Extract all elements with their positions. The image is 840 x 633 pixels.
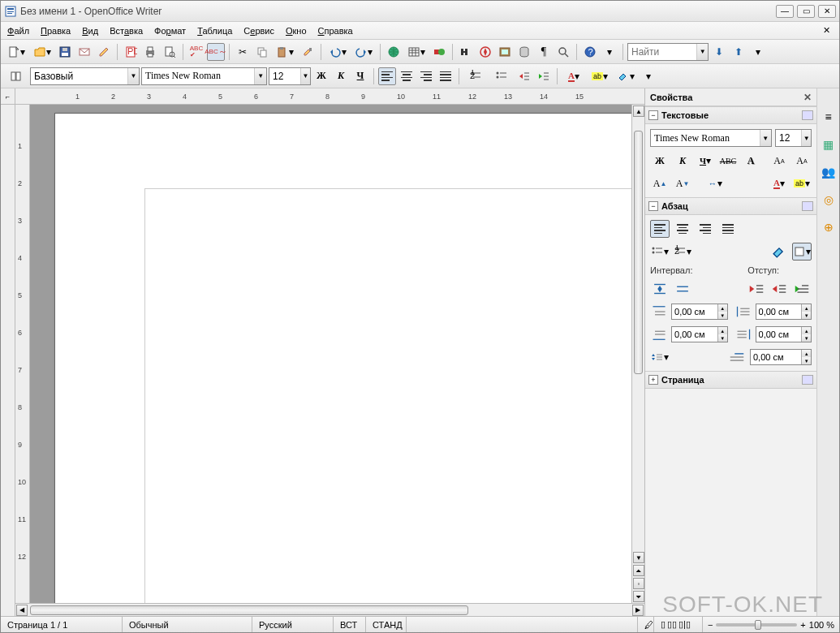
menu-window[interactable]: Окно	[286, 26, 307, 36]
side-highlight-button[interactable]: ab▾	[792, 174, 812, 192]
sidetab-styles[interactable]: 👥	[820, 163, 838, 181]
section-more-button[interactable]	[802, 201, 813, 211]
auto-spellcheck-button[interactable]: ABC～	[207, 43, 225, 61]
para-style-combo[interactable]: ▼	[30, 67, 140, 85]
page-viewport[interactable]	[30, 105, 631, 603]
section-more-button[interactable]	[802, 110, 813, 120]
side-align-right-button[interactable]	[696, 220, 715, 238]
toolbar-overflow-button[interactable]: ▾	[601, 43, 618, 61]
copy-button[interactable]	[253, 43, 271, 61]
nonprinting-chars-button[interactable]: ¶	[535, 43, 553, 61]
paste-button[interactable]: ▾	[273, 43, 297, 61]
decrease-indent-button[interactable]	[515, 67, 533, 85]
side-size-input[interactable]	[779, 132, 801, 144]
menu-table[interactable]: Таблица	[197, 26, 232, 36]
save-button[interactable]	[56, 43, 74, 61]
dropdown-arrow[interactable]: ▼	[127, 68, 139, 84]
side-superscript-button[interactable]: AA	[769, 152, 789, 170]
side-align-left-button[interactable]	[650, 220, 670, 238]
status-insert[interactable]: ВСТ	[334, 617, 366, 632]
close-button[interactable]: ✕	[818, 5, 836, 18]
status-view-buttons[interactable]: ▯ ▯▯ ▯|▯	[654, 617, 703, 632]
section-text-header[interactable]: − Текстовые	[645, 106, 816, 124]
zoom-knob[interactable]	[755, 620, 761, 630]
sidetab-navigator[interactable]: ◎	[820, 191, 838, 209]
status-mode[interactable]: СТАНД	[366, 617, 407, 632]
find-dropdown-arrow[interactable]: ▼	[696, 44, 708, 60]
font-color-button[interactable]: A▾	[562, 67, 586, 85]
find-next-button[interactable]: ⬇	[710, 43, 728, 61]
side-bold-button[interactable]: Ж	[650, 152, 670, 170]
find-prev-button[interactable]: ⬆	[730, 43, 747, 61]
side-strike-button[interactable]: ABC	[718, 152, 738, 170]
status-page[interactable]: Страница 1 / 1	[1, 617, 123, 632]
pdf-export-button[interactable]: PDF	[122, 43, 140, 61]
indent-before-spinner[interactable]: ▲▼	[756, 304, 812, 320]
table-button[interactable]: ▾	[404, 43, 429, 61]
view-multi-icon[interactable]: ▯▯	[667, 619, 677, 630]
horizontal-scrollbar[interactable]: ◀ ▶	[15, 603, 644, 616]
line-spacing-button[interactable]: ▾	[650, 348, 670, 366]
increase-indent-button[interactable]	[535, 67, 553, 85]
spacing-increase-button[interactable]	[650, 280, 670, 298]
redo-button[interactable]: ▾	[351, 43, 376, 61]
sidebar-close-button[interactable]: ✕	[803, 92, 812, 103]
italic-button[interactable]: К	[332, 67, 350, 85]
align-right-button[interactable]	[417, 67, 435, 85]
sidetab-functions[interactable]: ⊕	[820, 218, 838, 236]
expand-icon[interactable]: +	[648, 375, 658, 385]
font-name-combo[interactable]: ▼	[141, 67, 267, 85]
font-size-input[interactable]	[273, 71, 300, 82]
side-font-color-button[interactable]: A▾	[769, 174, 789, 192]
print-preview-button[interactable]	[161, 43, 179, 61]
find-overflow-button[interactable]: ▾	[749, 43, 767, 61]
menu-insert[interactable]: Вставка	[110, 26, 143, 36]
menu-file[interactable]: Файл	[7, 26, 29, 36]
numbered-list-button[interactable]: 12	[463, 67, 488, 85]
font-size-combo[interactable]: ▼	[269, 67, 311, 85]
menu-format[interactable]: Формат	[154, 26, 186, 36]
font-name-input[interactable]	[145, 70, 254, 82]
bold-button[interactable]: Ж	[312, 67, 330, 85]
side-grow-font-button[interactable]: A▲	[650, 174, 670, 192]
spellcheck-button[interactable]: ABC✔	[187, 43, 205, 61]
draw-button[interactable]	[430, 43, 448, 61]
side-bg-color-button[interactable]	[769, 243, 789, 261]
side-char-spacing-button[interactable]: ↔▾	[705, 174, 725, 192]
side-size-combo[interactable]: ▼	[775, 129, 812, 147]
scroll-thumb[interactable]	[634, 131, 643, 374]
find-button[interactable]	[457, 43, 475, 61]
highlight-button[interactable]: ab▾	[588, 67, 612, 85]
scroll-thumb[interactable]	[30, 605, 468, 615]
nav-button[interactable]: ◦	[633, 578, 644, 589]
bullet-list-button[interactable]	[489, 67, 514, 85]
view-book-icon[interactable]: ▯|▯	[678, 619, 691, 630]
space-above-spinner[interactable]: ▲▼	[671, 304, 727, 320]
spacing-decrease-button[interactable]	[673, 280, 692, 298]
vertical-ruler[interactable]: 123456789101112	[15, 105, 30, 603]
vertical-scrollbar[interactable]: ▲ ▼ ⏶ ◦ ⏷	[631, 105, 644, 603]
zoom-out-button[interactable]: −	[708, 620, 713, 630]
find-input[interactable]	[631, 46, 696, 58]
status-style[interactable]: Обычный	[123, 617, 252, 632]
side-para-bg-button[interactable]: ▾	[792, 243, 812, 261]
first-line-indent-spinner[interactable]: ▲▼	[750, 349, 812, 365]
zoom-in-button[interactable]: +	[800, 620, 805, 630]
side-subscript-button[interactable]: AA	[792, 152, 812, 170]
styles-button[interactable]	[4, 67, 28, 85]
dropdown-arrow[interactable]: ▼	[254, 68, 266, 84]
side-font-input[interactable]	[654, 132, 760, 144]
scroll-left-button[interactable]: ◀	[16, 605, 28, 616]
zoom-button[interactable]	[554, 43, 572, 61]
background-color-button[interactable]: ▾	[614, 67, 638, 85]
prev-page-button[interactable]: ⏶	[633, 565, 644, 576]
menu-view[interactable]: Вид	[82, 26, 98, 36]
space-below-spinner[interactable]: ▲▼	[671, 326, 727, 342]
open-button[interactable]: ▾	[30, 43, 54, 61]
hyperlink-button[interactable]	[385, 43, 403, 61]
section-para-header[interactable]: − Абзац	[645, 197, 816, 215]
zoom-control[interactable]: − + 100 %	[703, 620, 839, 630]
scroll-right-button[interactable]: ▶	[632, 605, 644, 616]
horizontal-ruler[interactable]: 123456789101112131415	[15, 88, 644, 105]
indent-increase-button[interactable]	[747, 280, 766, 298]
